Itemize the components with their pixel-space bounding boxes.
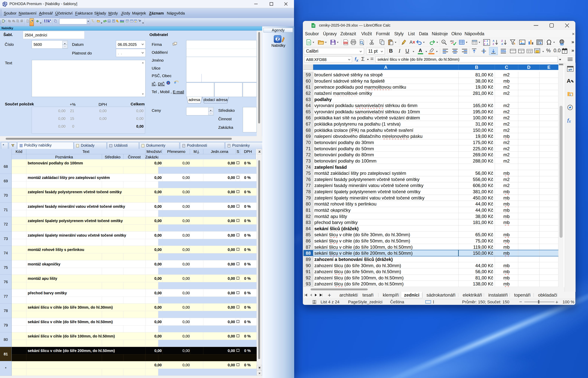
svg-text:A: A xyxy=(501,43,503,45)
svg-text:!: ! xyxy=(168,82,169,84)
svg-text:A: A xyxy=(487,43,488,45)
svg-text:A: A xyxy=(484,40,485,42)
svg-text:a: a xyxy=(443,40,444,43)
svg-text:Z: Z xyxy=(484,43,485,45)
svg-text:e: e xyxy=(174,80,176,84)
svg-text:Z: Z xyxy=(501,40,503,42)
svg-text:Z: Z xyxy=(487,40,488,42)
svg-text:PDF: PDF xyxy=(344,42,347,44)
svg-text:7: 7 xyxy=(564,50,566,53)
svg-text:IBAN: IBAN xyxy=(120,20,124,22)
svg-text:A: A xyxy=(409,40,413,45)
svg-text:Z: Z xyxy=(493,43,494,45)
svg-text:?: ? xyxy=(140,20,141,22)
svg-text:A: A xyxy=(493,40,495,42)
svg-text:abc: abc xyxy=(450,40,454,42)
